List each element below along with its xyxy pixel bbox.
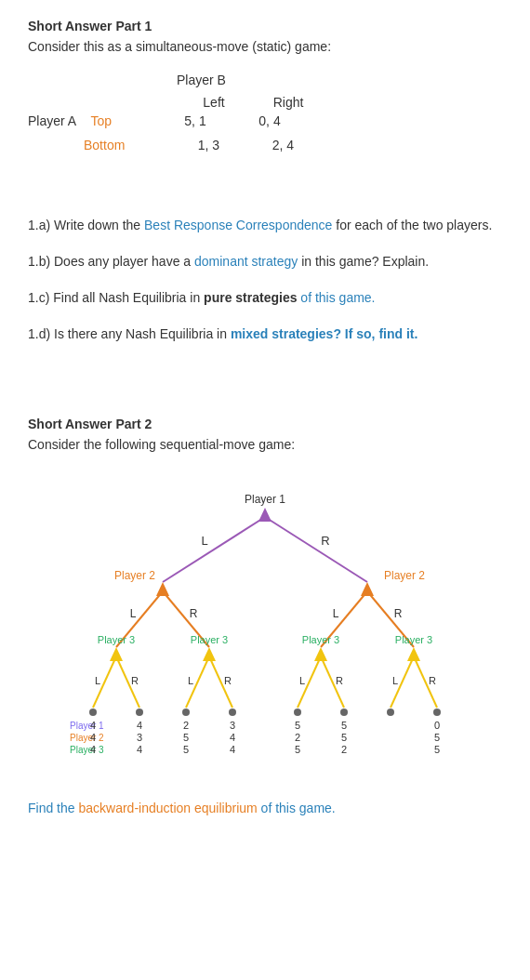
svg-text:Player 2: Player 2 <box>70 733 104 743</box>
q1c-pre: 1.c) Find all Nash Equilibria in <box>28 290 204 305</box>
part1-section: Short Answer Part 1 Consider this as a s… <box>28 19 502 344</box>
svg-text:3: 3 <box>230 720 235 731</box>
svg-marker-6 <box>156 582 169 596</box>
svg-text:Player 3: Player 3 <box>98 634 135 645</box>
svg-text:5: 5 <box>434 744 440 755</box>
svg-text:Player 3: Player 3 <box>191 634 228 645</box>
svg-line-1 <box>265 517 367 582</box>
svg-text:R: R <box>429 675 436 686</box>
q1a-highlight: Best Response Correspondence <box>144 218 332 232</box>
svg-text:L: L <box>299 675 305 686</box>
svg-line-0 <box>163 517 265 582</box>
player-b-header: Player B <box>177 73 502 87</box>
question-1c: 1.c) Find all Nash Equilibria in pure st… <box>28 288 502 308</box>
svg-text:R: R <box>336 675 343 686</box>
svg-text:5: 5 <box>295 720 300 731</box>
svg-text:5: 5 <box>183 732 189 743</box>
row-top-label: Top <box>84 113 130 128</box>
svg-text:4: 4 <box>90 744 96 755</box>
svg-text:3: 3 <box>137 732 142 743</box>
q1d-pre: 1.d) Is there any Nash Equilibria in <box>28 326 231 341</box>
question-1a: 1.a) Write down the Best Response Corres… <box>28 216 502 235</box>
cell-bl: 1, 3 <box>171 138 245 152</box>
q1b-pre: 1.b) Does any player have a <box>28 254 194 269</box>
svg-text:4: 4 <box>137 744 142 755</box>
svg-text:4: 4 <box>90 732 96 743</box>
svg-text:L: L <box>130 607 137 620</box>
part2-title: Short Answer Part 2 <box>28 417 502 431</box>
tree-svg: L R Player 1 Player 2 Player 2 L R L R <box>42 470 488 759</box>
svg-text:R: R <box>394 607 403 620</box>
svg-point-48 <box>387 709 394 716</box>
game-matrix: Player B Left Right Player A Top 5, 1 0,… <box>28 73 502 152</box>
svg-text:L: L <box>392 675 398 686</box>
question-1d: 1.d) Is there any Nash Equilibria in mix… <box>28 324 502 344</box>
svg-text:5: 5 <box>295 744 300 755</box>
row-bottom-label: Bottom <box>84 138 143 152</box>
svg-point-46 <box>294 709 301 716</box>
q1c-highlight: of this game. <box>297 290 375 305</box>
svg-text:4: 4 <box>230 744 235 755</box>
svg-text:4: 4 <box>230 732 235 743</box>
svg-point-47 <box>340 709 348 716</box>
svg-text:L: L <box>95 675 100 686</box>
svg-text:L: L <box>201 534 207 548</box>
svg-text:R: R <box>131 675 139 686</box>
find-eq-highlight: backward-induction equilibrium <box>78 801 257 815</box>
svg-text:R: R <box>224 675 232 686</box>
q1d-bold: mixed strategies? If so, find it. <box>231 326 417 341</box>
svg-marker-22 <box>314 647 327 661</box>
svg-text:R: R <box>190 607 198 620</box>
svg-text:R: R <box>321 534 329 548</box>
svg-text:0: 0 <box>434 720 440 731</box>
svg-text:Player 1: Player 1 <box>70 721 104 731</box>
svg-marker-8 <box>361 582 374 596</box>
svg-text:4: 4 <box>90 720 96 731</box>
svg-text:2: 2 <box>341 744 347 755</box>
svg-text:5: 5 <box>183 744 189 755</box>
svg-point-49 <box>433 709 441 716</box>
question-1b: 1.b) Does any player have a dominant str… <box>28 252 502 271</box>
svg-text:Player 1: Player 1 <box>245 493 285 506</box>
find-eq-pre: Find the <box>28 801 78 815</box>
find-eq-text: Find the backward-induction equilibrium … <box>28 801 502 815</box>
svg-text:5: 5 <box>341 720 347 731</box>
cell-tr: 0, 4 <box>232 113 307 128</box>
svg-point-44 <box>182 709 190 716</box>
cell-br: 2, 4 <box>245 138 320 152</box>
q1b-post: in this game? Explain. <box>298 254 429 269</box>
svg-text:Player 2: Player 2 <box>114 569 155 582</box>
cell-tl: 5, 1 <box>158 113 232 128</box>
svg-text:5: 5 <box>434 732 440 743</box>
part1-title: Short Answer Part 1 <box>28 19 502 33</box>
svg-marker-20 <box>203 647 216 661</box>
game-tree: L R Player 1 Player 2 Player 2 L R L R <box>42 470 488 759</box>
part2-intro: Consider the following sequential-move g… <box>28 437 502 452</box>
q1b-highlight: dominant strategy <box>194 254 298 269</box>
svg-text:Player 3: Player 3 <box>395 634 432 645</box>
svg-text:Player 3: Player 3 <box>302 634 339 645</box>
part1-intro: Consider this as a simultaneous-move (st… <box>28 39 502 54</box>
svg-text:Player 2: Player 2 <box>384 569 425 582</box>
svg-text:L: L <box>188 675 193 686</box>
svg-text:4: 4 <box>137 720 142 731</box>
svg-point-42 <box>89 709 97 716</box>
svg-text:5: 5 <box>341 732 347 743</box>
svg-text:Player 3: Player 3 <box>70 745 104 755</box>
svg-marker-18 <box>110 647 123 661</box>
svg-marker-24 <box>407 647 420 661</box>
svg-text:2: 2 <box>295 732 300 743</box>
part2-section: Short Answer Part 2 Consider the followi… <box>28 417 502 815</box>
col-right-header: Right <box>251 95 325 110</box>
q1a-post: for each of the two players. <box>332 218 492 232</box>
svg-marker-4 <box>258 508 272 522</box>
find-eq-post: of this game. <box>258 801 336 815</box>
q1c-bold: pure strategies <box>204 290 297 305</box>
svg-point-45 <box>229 709 236 716</box>
svg-text:2: 2 <box>183 720 189 731</box>
q1a-pre: 1.a) Write down the <box>28 218 144 232</box>
svg-text:L: L <box>333 607 339 620</box>
svg-point-43 <box>136 709 143 716</box>
player-a-label: Player A <box>28 113 84 128</box>
col-left-header: Left <box>177 95 251 110</box>
